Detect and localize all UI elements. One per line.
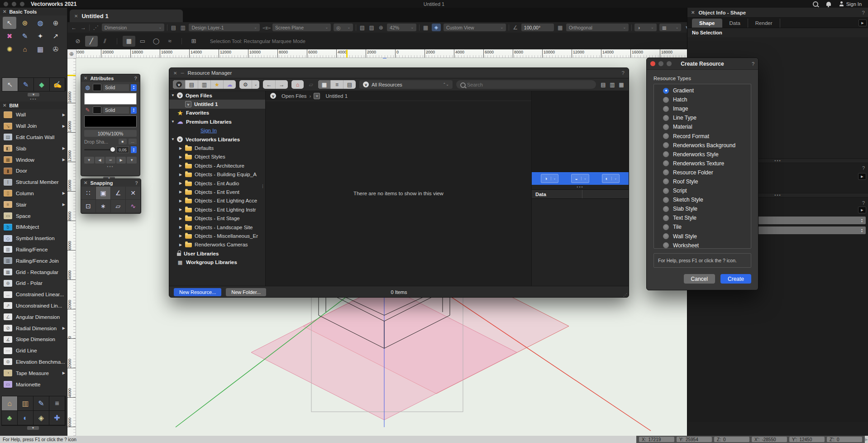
pen-style-dropdown[interactable]: Solid <box>103 107 129 114</box>
snap-toggle[interactable]: ∗ <box>96 200 111 213</box>
tool-set-button[interactable]: ▥ <box>18 396 33 411</box>
radio-icon[interactable] <box>663 97 669 103</box>
mode-button[interactable]: ▭ <box>136 36 149 47</box>
opacity-button[interactable]: 100%/100% <box>84 130 137 137</box>
snap-toggle[interactable]: ▱ <box>111 200 126 213</box>
resource-type-option[interactable]: Tile <box>654 222 751 231</box>
panel-flyout-button[interactable]: ▶ <box>858 173 866 180</box>
coordinate-field[interactable]: Y': 12450 <box>789 437 825 442</box>
radio-icon[interactable] <box>663 197 669 203</box>
zoom-window-button[interactable] <box>20 2 24 6</box>
resource-type-option[interactable]: Hatch <box>654 95 751 104</box>
expander-icon[interactable]: ▶ <box>179 146 185 150</box>
bim-tool-item[interactable]: ≡ Stair ▶ <box>0 199 67 210</box>
tree-item[interactable]: Untitled 1 <box>169 100 265 108</box>
tool-button[interactable]: ↖ <box>3 17 16 29</box>
minimize-window-button[interactable] <box>12 2 16 6</box>
tool-button[interactable]: ⊕ <box>49 17 62 29</box>
mode-button[interactable]: ╱ <box>85 36 98 47</box>
tool-button[interactable]: ✖ <box>3 30 16 42</box>
pen-color-button[interactable] <box>93 106 101 114</box>
forward-button[interactable]: → <box>276 80 288 89</box>
radio-icon[interactable] <box>663 224 669 230</box>
bim-tool-item[interactable]: ▦ Window ▶ <box>0 154 67 165</box>
mode-button[interactable]: ▦ <box>123 36 135 47</box>
minimize-icon[interactable]: ─ <box>181 71 184 76</box>
tree-item[interactable]: ▼ Open Files <box>169 91 265 100</box>
ruler-origin-icon[interactable]: ⊕ <box>67 49 76 58</box>
attr-link-button[interactable]: ∞ <box>105 157 115 164</box>
fill-color-button[interactable] <box>93 84 101 91</box>
expander-icon[interactable]: ▶ <box>179 234 185 238</box>
close-icon[interactable]: ✕ <box>691 10 695 15</box>
fill-style-stepper[interactable]: ▲▼ <box>131 84 137 91</box>
object-info-header[interactable]: ✕ Object Info - Shape ? <box>687 8 868 18</box>
status-overflow-icon[interactable]: ▶ <box>865 437 868 442</box>
tree-item[interactable]: Sign In <box>169 126 265 135</box>
forward-icon[interactable]: → <box>80 24 87 31</box>
mode-button[interactable]: ◯ <box>150 36 162 47</box>
resource-type-option[interactable]: Resource Folder <box>654 168 751 177</box>
bim-tool-item[interactable]: ⊘ Radial Dimension ▶ <box>0 323 67 334</box>
tree-item[interactable]: ▶ Renderworks Cameras <box>169 241 265 249</box>
document-tab[interactable]: ✕ Untitled 1 <box>70 10 183 22</box>
bim-tool-item[interactable]: ▥ Railing/Fence <box>0 244 67 255</box>
radio-icon[interactable] <box>663 188 669 194</box>
tree-item[interactable]: ▼ Premium Libraries <box>169 117 265 126</box>
tree-item[interactable]: ▶ Object Styles <box>169 153 265 161</box>
bim-tool-item[interactable]: ▥ Railing/Fence Join <box>0 255 67 266</box>
resource-type-option[interactable]: Material <box>654 122 751 131</box>
attr-next-button[interactable]: ▶ <box>116 157 126 164</box>
tree-item[interactable]: ▶ Defaults <box>169 144 265 152</box>
mode-button[interactable]: ≈ <box>163 36 176 47</box>
snap-indicator-icon[interactable]: ⋰ <box>92 24 99 31</box>
wireframe-view-icon[interactable]: ▦ <box>422 24 429 31</box>
new-folder-icon[interactable]: ▱ <box>307 82 315 88</box>
help-icon[interactable]: ? <box>134 76 137 81</box>
plane-dropdown[interactable]: Screen Plane⌄ <box>272 24 331 31</box>
coordinate-field[interactable]: X': -28550 <box>752 437 787 442</box>
bim-tool-item[interactable]: ▯ Column ▶ <box>0 188 67 199</box>
radio-icon[interactable] <box>663 115 669 121</box>
cancel-button[interactable]: Cancel <box>684 274 715 284</box>
snap-toggle[interactable]: ✕ <box>126 187 141 200</box>
resource-type-option[interactable]: Record Format <box>654 131 751 140</box>
tool-set-button[interactable]: ✎ <box>33 396 49 411</box>
resize-handle[interactable]: ⋰ <box>623 293 627 297</box>
spotlight-search-icon[interactable] <box>813 1 818 7</box>
expander-icon[interactable]: ▶ <box>179 181 185 185</box>
create-button[interactable]: Create <box>720 274 751 284</box>
collapse-toolset-button[interactable]: ▼ <box>28 93 39 96</box>
tool-button[interactable]: ⌂ <box>18 43 32 55</box>
tool-button[interactable]: ✦ <box>33 30 47 42</box>
bim-tool-item[interactable]: ◧ Slab ▶ <box>0 143 67 154</box>
texture-dropdown-button[interactable]: ◒ ⌄ <box>571 174 589 183</box>
tool-button[interactable]: ✇ <box>49 43 62 55</box>
attr-menu-button[interactable]: ▼ <box>84 157 94 164</box>
expander-icon[interactable]: ▶ <box>179 207 185 212</box>
tool-button[interactable]: ▦ <box>33 43 47 55</box>
search-input[interactable] <box>456 80 596 89</box>
snap-toggle[interactable]: ∷ <box>81 187 96 200</box>
tree-item[interactable]: User Libraries <box>169 249 265 258</box>
tree-item[interactable]: ▶ Objects - Ent Audio <box>169 179 265 188</box>
expander-icon[interactable]: ▶ <box>179 155 185 159</box>
collapse-toolsets-button[interactable]: ▼ <box>27 426 39 430</box>
projection-icon[interactable]: ▦ <box>557 24 563 31</box>
resource-manager-titlebar[interactable]: ✕ ─ Resource Manager ? <box>169 68 629 78</box>
tree-item[interactable]: ▶ Objects - Ent Stage <box>169 214 265 222</box>
expander-icon[interactable]: ▶ <box>179 173 185 177</box>
texture-dropdown-button[interactable]: ◐ ⌄ <box>602 174 620 183</box>
snap-toggle[interactable]: ⊡ <box>81 200 96 213</box>
render-options-dropdown[interactable]: ▦⌄ <box>659 24 682 31</box>
angle-snap-icon[interactable]: ∠ <box>512 24 519 31</box>
breadcrumb-current[interactable]: Untitled 1 <box>325 93 348 99</box>
line-weight-value[interactable]: 0,05 <box>116 146 129 153</box>
bim-tool-item[interactable]: ⇗ Unconstrained Lin... <box>0 300 67 312</box>
radio-icon[interactable] <box>663 88 669 94</box>
close-icon[interactable]: ✕ <box>84 180 87 185</box>
bim-tool-item[interactable]: I Structural Member <box>0 177 67 188</box>
expander-icon[interactable]: ▶ <box>179 243 185 247</box>
source-filter-button[interactable]: v <box>173 80 186 89</box>
tool-set-button[interactable]: ◐ <box>18 411 33 425</box>
